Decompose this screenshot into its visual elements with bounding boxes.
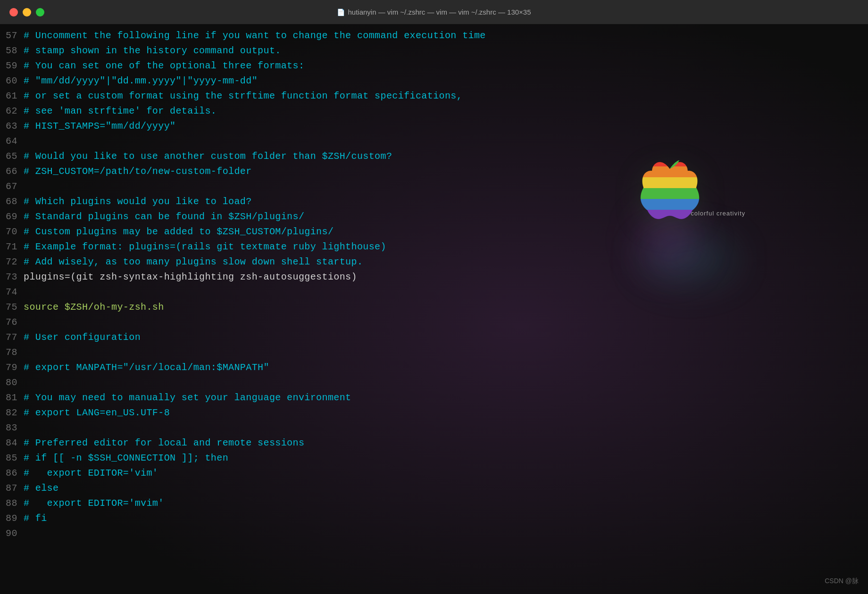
titlebar: 📄 hutianyin — vim ~/.zshrc — vim — vim ~… bbox=[0, 0, 868, 25]
line-number: 59 bbox=[6, 58, 24, 74]
code-line: 62 # see 'man strftime' for details. bbox=[6, 104, 862, 119]
code-line: 88 # export EDITOR='mvim' bbox=[6, 496, 862, 511]
line-number: 88 bbox=[6, 496, 24, 511]
code-line: 82 # export LANG=en_US.UTF-8 bbox=[6, 405, 862, 421]
line-content: # else bbox=[24, 481, 58, 496]
line-number: 72 bbox=[6, 255, 24, 270]
line-number: 69 bbox=[6, 209, 24, 224]
code-line: 81 # You may need to manually set your l… bbox=[6, 390, 862, 405]
code-line: 90 bbox=[6, 526, 862, 541]
line-content: # stamp shown in the history command out… bbox=[24, 43, 281, 58]
line-content: # "mm/dd/yyyy"|"dd.mm.yyyy"|"yyyy-mm-dd" bbox=[24, 74, 258, 89]
line-number: 61 bbox=[6, 89, 24, 104]
line-number: 65 bbox=[6, 149, 24, 164]
line-content: # if [[ -n $SSH_CONNECTION ]]; then bbox=[24, 451, 228, 466]
line-content: # Standard plugins can be found in $ZSH/… bbox=[24, 209, 304, 224]
terminal-body[interactable]: 57 # Uncomment the following line if you… bbox=[0, 25, 868, 594]
window-title: 📄 hutianyin — vim ~/.zshrc — vim — vim ~… bbox=[337, 8, 531, 16]
line-content: plugins=(git zsh-syntax-highlighting zsh… bbox=[24, 270, 357, 285]
code-line: 77 # User configuration bbox=[6, 330, 862, 345]
code-line: 80 bbox=[6, 375, 862, 390]
line-number: 77 bbox=[6, 330, 24, 345]
line-number: 82 bbox=[6, 405, 24, 421]
code-line: 66 # ZSH_CUSTOM=/path/to/new-custom-fold… bbox=[6, 164, 862, 179]
line-number: 63 bbox=[6, 119, 24, 134]
line-content: # see 'man strftime' for details. bbox=[24, 104, 217, 119]
line-content: # export EDITOR='mvim' bbox=[24, 496, 164, 511]
code-line: 57 # Uncomment the following line if you… bbox=[6, 28, 862, 43]
line-content: # Which plugins would you like to load? bbox=[24, 194, 252, 209]
code-line: 72 # Add wisely, as too many plugins slo… bbox=[6, 255, 862, 270]
code-line: 60 # "mm/dd/yyyy"|"dd.mm.yyyy"|"yyyy-mm-… bbox=[6, 74, 862, 89]
line-number: 80 bbox=[6, 375, 24, 390]
line-number: 57 bbox=[6, 28, 24, 43]
close-button[interactable] bbox=[9, 8, 18, 16]
title-label: hutianyin — vim ~/.zshrc — vim — vim ~/.… bbox=[348, 8, 531, 16]
terminal-window: 📄 hutianyin — vim ~/.zshrc — vim — vim ~… bbox=[0, 0, 868, 594]
code-line: 58 # stamp shown in the history command … bbox=[6, 43, 862, 58]
code-line: 79 # export MANPATH="/usr/local/man:$MAN… bbox=[6, 360, 862, 375]
csdn-watermark: CSDN @脉 bbox=[825, 577, 859, 586]
line-number: 81 bbox=[6, 390, 24, 405]
line-content: # or set a custom format using the strft… bbox=[24, 89, 462, 104]
traffic-lights bbox=[9, 8, 44, 16]
code-line: 59 # You can set one of the optional thr… bbox=[6, 58, 862, 74]
line-number: 74 bbox=[6, 285, 24, 300]
line-number: 60 bbox=[6, 74, 24, 89]
code-line: 63 # HIST_STAMPS="mm/dd/yyyy" bbox=[6, 119, 862, 134]
line-content: # export LANG=en_US.UTF-8 bbox=[24, 405, 170, 421]
code-line: 83 bbox=[6, 421, 862, 436]
code-line: 67 bbox=[6, 179, 862, 194]
line-number: 76 bbox=[6, 315, 24, 330]
line-content: # Add wisely, as too many plugins slow d… bbox=[24, 255, 363, 270]
line-number: 84 bbox=[6, 436, 24, 451]
file-icon: 📄 bbox=[337, 8, 345, 16]
line-content: # ZSH_CUSTOM=/path/to/new-custom-folder bbox=[24, 164, 252, 179]
code-line: 71 # Example format: plugins=(rails git … bbox=[6, 239, 862, 255]
line-number: 70 bbox=[6, 224, 24, 239]
code-line: 87 # else bbox=[6, 481, 862, 496]
code-line: 86 # export EDITOR='vim' bbox=[6, 466, 862, 481]
maximize-button[interactable] bbox=[36, 8, 44, 16]
line-content: # fi bbox=[24, 511, 47, 526]
line-content: # User configuration bbox=[24, 330, 141, 345]
line-number: 83 bbox=[6, 421, 24, 436]
line-number: 58 bbox=[6, 43, 24, 58]
colorful-creativity-label: colorful creativity bbox=[691, 210, 745, 217]
line-number: 85 bbox=[6, 451, 24, 466]
code-line: 70 # Custom plugins may be added to $ZSH… bbox=[6, 224, 862, 239]
line-number: 86 bbox=[6, 466, 24, 481]
line-content: # Would you like to use another custom f… bbox=[24, 149, 392, 164]
line-content: # You may need to manually set your lang… bbox=[24, 390, 351, 405]
line-number: 66 bbox=[6, 164, 24, 179]
minimize-button[interactable] bbox=[23, 8, 31, 16]
line-number: 87 bbox=[6, 481, 24, 496]
line-number: 75 bbox=[6, 300, 24, 315]
line-number: 68 bbox=[6, 194, 24, 209]
code-line: 76 bbox=[6, 315, 862, 330]
code-line: 84 # Preferred editor for local and remo… bbox=[6, 436, 862, 451]
line-content: # Preferred editor for local and remote … bbox=[24, 436, 304, 451]
line-number: 67 bbox=[6, 179, 24, 194]
line-content: # HIST_STAMPS="mm/dd/yyyy" bbox=[24, 119, 175, 134]
line-number: 71 bbox=[6, 239, 24, 255]
code-line: 73 plugins=(git zsh-syntax-highlighting … bbox=[6, 270, 862, 285]
line-content: # Custom plugins may be added to $ZSH_CU… bbox=[24, 224, 334, 239]
line-number: 78 bbox=[6, 345, 24, 360]
code-line: 75 source $ZSH/oh-my-zsh.sh bbox=[6, 300, 862, 315]
line-content: # You can set one of the optional three … bbox=[24, 58, 304, 74]
code-line: 61 # or set a custom format using the st… bbox=[6, 89, 862, 104]
line-number: 73 bbox=[6, 270, 24, 285]
code-content: 57 # Uncomment the following line if you… bbox=[6, 28, 862, 541]
line-content: # Uncomment the following line if you wa… bbox=[24, 28, 486, 43]
line-number: 64 bbox=[6, 134, 24, 149]
line-number: 62 bbox=[6, 104, 24, 119]
line-content: # Example format: plugins=(rails git tex… bbox=[24, 239, 386, 255]
code-line: 89 # fi bbox=[6, 511, 862, 526]
code-line: 68 # Which plugins would you like to loa… bbox=[6, 194, 862, 209]
line-content: source $ZSH/oh-my-zsh.sh bbox=[24, 300, 164, 315]
line-number: 90 bbox=[6, 526, 24, 541]
code-line: 78 bbox=[6, 345, 862, 360]
code-line: 65 # Would you like to use another custo… bbox=[6, 149, 862, 164]
line-content: # export MANPATH="/usr/local/man:$MANPAT… bbox=[24, 360, 269, 375]
